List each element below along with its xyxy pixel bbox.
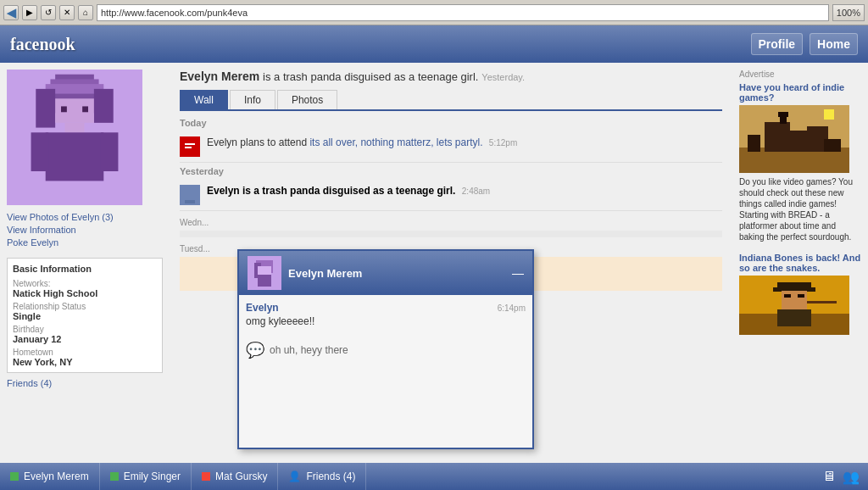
svg-rect-9 xyxy=(65,123,85,132)
evelyn-status-dot xyxy=(10,472,19,481)
ad-2-title[interactable]: Indiana Bones is back! And so are the sn… xyxy=(739,253,861,273)
mat-name: Mat Gursky xyxy=(215,471,267,482)
svg-rect-11 xyxy=(31,132,49,171)
browser-chrome: ◀ ▶ ↺ ✕ ⌂ http://www.facenook.com/punk4e… xyxy=(0,0,868,25)
profile-header: Evelyn Merem is a trash panda disguised … xyxy=(180,70,722,83)
monitor-icon[interactable]: 🖥 xyxy=(822,469,836,484)
post-1-content: Evelyn plans to attend its all over, not… xyxy=(207,136,722,148)
svg-rect-22 xyxy=(790,131,807,152)
svg-rect-36 xyxy=(807,301,837,303)
chat-time: 6:14pm xyxy=(498,303,526,313)
ad-2-image[interactable] xyxy=(739,276,849,335)
mat-status-dot xyxy=(202,472,210,481)
back-button[interactable]: ◀ xyxy=(3,5,19,20)
chat-response-icon: 💬 xyxy=(246,341,264,359)
home-nav-button[interactable]: Home xyxy=(810,33,858,55)
svg-rect-10 xyxy=(46,132,104,181)
svg-rect-21 xyxy=(765,122,790,152)
taskbar-right-icons: 🖥 👥 xyxy=(814,469,868,485)
yesterday-section: Yesterday Evelyn is a trash panda disgui… xyxy=(180,166,722,211)
svg-rect-35 xyxy=(798,294,804,298)
svg-rect-14 xyxy=(185,143,195,145)
friends-link[interactable]: Friends (4) xyxy=(7,378,163,388)
profile-nav-button[interactable]: Profile xyxy=(751,33,804,55)
tab-photos[interactable]: Photos xyxy=(277,90,337,109)
svg-rect-33 xyxy=(782,291,807,309)
forward-button[interactable]: ▶ xyxy=(22,5,37,20)
svg-rect-16 xyxy=(183,187,197,198)
post-2-content: Evelyn is a trash panda disguised as a t… xyxy=(207,185,722,197)
hometown-value: New York, NY xyxy=(13,357,157,367)
emily-name: Emily Singer xyxy=(124,471,181,482)
chat-avatar xyxy=(248,256,281,290)
chat-window: Evelyn Merem — Evelyn 6:14pm omg kyleeee… xyxy=(237,249,534,449)
today-label: Today xyxy=(180,118,722,128)
chat-header-left: Evelyn Merem xyxy=(248,256,362,290)
people-icon[interactable]: 👥 xyxy=(843,469,860,485)
taskbar-mat[interactable]: Mat Gursky xyxy=(192,463,278,490)
chat-close-button[interactable]: — xyxy=(512,266,524,280)
chat-name: Evelyn Merem xyxy=(288,267,362,280)
svg-rect-34 xyxy=(784,294,791,298)
stop-button[interactable]: ✕ xyxy=(59,5,75,20)
svg-rect-18 xyxy=(185,200,195,203)
friends-count: Friends (4) xyxy=(306,471,355,482)
networks-value: Natick High School xyxy=(13,288,157,298)
refresh-button[interactable]: ↺ xyxy=(41,5,56,20)
svg-rect-28 xyxy=(778,112,788,117)
post-event-icon xyxy=(180,136,200,157)
networks-label: Networks: xyxy=(13,279,157,288)
post-1-link[interactable]: its all over, nothing matterz, lets part… xyxy=(309,136,482,148)
home-button[interactable]: ⌂ xyxy=(78,5,93,20)
post-1-time: 5:12pm xyxy=(489,138,517,148)
svg-rect-42 xyxy=(258,275,271,287)
svg-rect-24 xyxy=(748,135,760,152)
tab-wall[interactable]: Wall xyxy=(180,90,228,109)
svg-rect-4 xyxy=(36,89,55,128)
post-2-time: 2:48am xyxy=(462,187,490,196)
tab-info[interactable]: Info xyxy=(230,90,275,109)
post-1: Evelyn plans to attend its all over, not… xyxy=(180,131,722,163)
svg-rect-8 xyxy=(82,106,88,112)
wednesday-label: Wedn... xyxy=(180,214,722,231)
relationship-value: Single xyxy=(13,311,157,321)
svg-rect-15 xyxy=(185,147,192,148)
ad-1-image[interactable] xyxy=(739,105,849,173)
svg-rect-7 xyxy=(61,106,67,112)
chat-message-text: omg kyleeeee!! xyxy=(246,315,526,327)
svg-rect-25 xyxy=(824,139,841,152)
hometown-label: Hometown xyxy=(13,348,157,357)
left-sidebar: View Photos of Evelyn (3) View Informati… xyxy=(0,63,170,463)
view-photos-link[interactable]: View Photos of Evelyn (3) xyxy=(7,212,163,222)
ad-1: Have you heard of indie games? xyxy=(739,82,861,242)
taskbar-evelyn[interactable]: Evelyn Merem xyxy=(0,463,100,490)
yesterday-label: Yesterday xyxy=(180,166,722,176)
address-bar[interactable]: http://www.facenook.com/punk4eva xyxy=(97,4,829,21)
chat-sender: Evelyn xyxy=(246,302,279,314)
profile-status: is a trash panda disguised as a teenage … xyxy=(263,70,478,83)
today-section: Today Evelyn plans to attend its all ove… xyxy=(180,118,722,163)
nav-bar: Profile Home xyxy=(751,33,858,55)
poke-link[interactable]: Poke Evelyn xyxy=(7,237,163,248)
birthday-label: Birthday xyxy=(13,325,157,334)
evelyn-name: Evelyn Merem xyxy=(24,471,89,482)
birthday-value: January 12 xyxy=(13,334,157,344)
friends-icon: 👤 xyxy=(288,471,301,482)
profile-picture xyxy=(7,70,142,205)
sidebar-links: View Photos of Evelyn (3) View Informati… xyxy=(7,212,163,248)
chat-header: Evelyn Merem — xyxy=(239,251,532,295)
svg-rect-5 xyxy=(94,89,114,123)
taskbar-friends[interactable]: 👤 Friends (4) xyxy=(278,463,366,490)
taskbar-emily[interactable]: Emily Singer xyxy=(100,463,192,490)
post-2: Evelyn is a trash panda disguised as a t… xyxy=(180,180,722,211)
svg-rect-37 xyxy=(777,309,811,326)
right-sidebar: Advertise Have you heard of indie games? xyxy=(732,63,868,463)
ad-1-title[interactable]: Have you heard of indie games? xyxy=(739,82,861,103)
post-status-icon xyxy=(180,185,200,205)
chat-response-text: oh uh, heyy there xyxy=(270,344,348,356)
svg-rect-26 xyxy=(824,109,834,120)
chat-body: Evelyn 6:14pm omg kyleeeee!! 💬 oh uh, he… xyxy=(239,295,532,448)
profile-time: Yesterday. xyxy=(481,72,525,82)
site-logo: facenook xyxy=(10,35,75,54)
view-info-link[interactable]: View Information xyxy=(7,225,163,235)
